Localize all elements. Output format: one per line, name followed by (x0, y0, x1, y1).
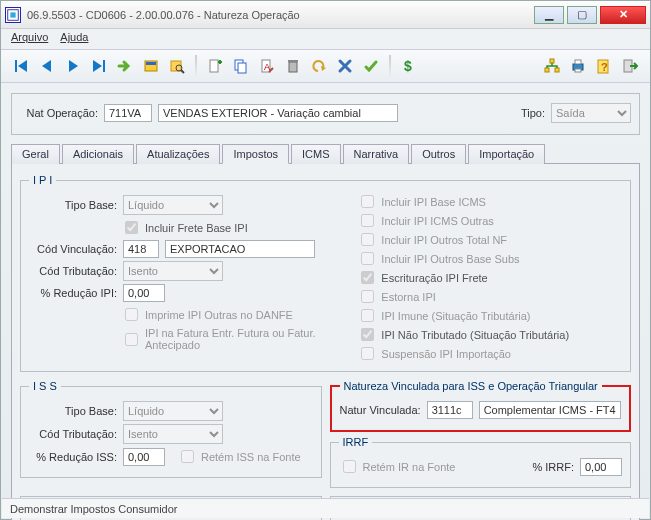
tab-atualizacoes[interactable]: Atualizações (136, 144, 220, 164)
ipi-codvinc-code[interactable] (123, 240, 159, 258)
nat-vinculada-label: Natur Vinculada: (340, 404, 421, 416)
ipi-escrituracao-checkbox[interactable]: Escrituração IPI Frete (357, 268, 622, 287)
nat-operacao-code[interactable] (104, 104, 152, 122)
cancel-icon[interactable] (333, 54, 357, 78)
money-icon[interactable]: $ (397, 54, 421, 78)
ipi-codtrib-label: Cód Tributação: (29, 265, 117, 277)
exit-icon[interactable] (618, 54, 642, 78)
iss-reducao-input[interactable] (123, 448, 165, 466)
iss-codtrib-select: Isento (123, 424, 223, 444)
svg-marker-5 (69, 60, 78, 72)
svg-rect-18 (289, 62, 297, 72)
ipi-base-icms-checkbox[interactable]: Incluir IPI Base ICMS (357, 192, 622, 211)
minimize-button[interactable] (534, 6, 564, 24)
iss-tipobase-select: Líquido (123, 401, 223, 421)
ipi-outros-base-subs-checkbox[interactable]: Incluir IPI Outros Base Subs (357, 249, 622, 268)
svg-marker-3 (18, 60, 27, 72)
tab-adicionais[interactable]: Adicionais (62, 144, 134, 164)
statusbar: Demonstrar Impostos Consumidor (2, 498, 649, 518)
tab-icms[interactable]: ICMS (291, 144, 341, 164)
new-icon[interactable] (203, 54, 227, 78)
nat-operacao-desc (158, 104, 398, 122)
irrf-pct-input[interactable] (580, 458, 622, 476)
ipi-fatura-checkbox[interactable]: IPI na Fatura Entr. Futura ou Fatur. Ant… (121, 327, 349, 351)
svg-text:?: ? (601, 61, 608, 73)
undo-icon[interactable] (307, 54, 331, 78)
irrf-retem-checkbox[interactable]: Retém IR na Fonte (339, 457, 456, 476)
tab-importacao[interactable]: Importação (468, 144, 545, 164)
tipo-select: Saída (551, 103, 631, 123)
svg-rect-24 (555, 68, 559, 72)
prev-icon[interactable] (35, 54, 59, 78)
irrf-legend: IRRF (339, 436, 373, 448)
tabs: Geral Adicionais Atualizações Impostos I… (11, 143, 640, 164)
ipi-tipobase-label: Tipo Base: (29, 199, 117, 211)
status-text: Demonstrar Impostos Consumidor (10, 503, 178, 515)
svg-rect-26 (575, 60, 581, 64)
ipi-codvinc-label: Cód Vinculação: (29, 243, 117, 255)
last-icon[interactable] (87, 54, 111, 78)
ipi-suspensao-checkbox[interactable]: Suspensão IPI Importação (357, 344, 622, 363)
svg-marker-4 (42, 60, 51, 72)
ipi-reducao-input[interactable] (123, 284, 165, 302)
iss-tipobase-label: Tipo Base: (29, 405, 117, 417)
help-icon[interactable]: ? (592, 54, 616, 78)
svg-rect-7 (103, 60, 105, 72)
nat-operacao-label: Nat Operação: (20, 107, 98, 119)
nat-vinculada-desc (479, 401, 621, 419)
ipi-outros-total-checkbox[interactable]: Incluir IPI Outros Total NF (357, 230, 622, 249)
svg-rect-22 (550, 59, 554, 63)
header-fieldset: Nat Operação: Tipo: Saída (11, 93, 640, 135)
app-icon (5, 7, 21, 23)
edit-icon[interactable]: A (255, 54, 279, 78)
nat-vinculada-group: Natureza Vinculada para ISS e Operação T… (330, 380, 632, 432)
ipi-icms-outras-checkbox[interactable]: Incluir IPI ICMS Outras (357, 211, 622, 230)
maximize-button[interactable] (567, 6, 597, 24)
svg-rect-27 (575, 69, 581, 72)
svg-rect-23 (545, 68, 549, 72)
ipi-codvinc-desc (165, 240, 315, 258)
ipi-imprime-outras-checkbox[interactable]: Imprime IPI Outras no DANFE (121, 305, 293, 324)
close-button[interactable] (600, 6, 646, 24)
find-icon[interactable] (165, 54, 189, 78)
titlebar: 06.9.5503 - CD0606 - 2.00.00.076 - Natur… (1, 1, 650, 29)
nat-vinculada-legend: Natureza Vinculada para ISS e Operação T… (340, 380, 602, 392)
ipi-imune-checkbox[interactable]: IPI Imune (Situação Tributária) (357, 306, 622, 325)
svg-rect-1 (10, 12, 15, 17)
tab-impostos[interactable]: Impostos (222, 144, 289, 164)
svg-text:$: $ (404, 58, 412, 74)
menu-ajuda[interactable]: Ajuda (60, 31, 88, 47)
org-icon[interactable] (540, 54, 564, 78)
iss-retem-checkbox[interactable]: Retém ISS na Fonte (177, 447, 301, 466)
menubar: Arquivo Ajuda (1, 29, 650, 49)
view-icon[interactable] (139, 54, 163, 78)
tab-outros[interactable]: Outros (411, 144, 466, 164)
goto-icon[interactable] (113, 54, 137, 78)
svg-rect-19 (288, 60, 298, 62)
svg-rect-13 (210, 60, 218, 72)
tab-geral[interactable]: Geral (11, 144, 60, 164)
next-icon[interactable] (61, 54, 85, 78)
svg-rect-2 (15, 60, 17, 72)
ipi-estorna-checkbox[interactable]: Estorna IPI (357, 287, 622, 306)
irrf-group: IRRF Retém IR na Fonte % IRRF: (330, 436, 632, 488)
delete-icon[interactable] (281, 54, 305, 78)
iss-legend: I S S (29, 380, 61, 392)
ipi-naotrib-checkbox[interactable]: IPI Não Tributado (Situação Tributária) (357, 325, 622, 344)
copy-icon[interactable] (229, 54, 253, 78)
ipi-incluir-frete-checkbox[interactable]: Incluir Frete Base IPI (121, 218, 248, 237)
tab-narrativa[interactable]: Narrativa (343, 144, 410, 164)
svg-rect-9 (146, 62, 156, 65)
first-icon[interactable] (9, 54, 33, 78)
svg-rect-15 (238, 63, 246, 73)
print-icon[interactable] (566, 54, 590, 78)
window-title: 06.9.5503 - CD0606 - 2.00.00.076 - Natur… (27, 9, 534, 21)
iss-codtrib-label: Cód Tributação: (29, 428, 117, 440)
confirm-icon[interactable] (359, 54, 383, 78)
svg-line-12 (181, 70, 184, 73)
ipi-tipobase-select: Líquido (123, 195, 223, 215)
nat-vinculada-code[interactable] (427, 401, 473, 419)
menu-arquivo[interactable]: Arquivo (11, 31, 48, 47)
ipi-legend: I P I (29, 174, 56, 186)
iss-group: I S S Tipo Base: Líquido Cód Tributação:… (20, 380, 322, 478)
